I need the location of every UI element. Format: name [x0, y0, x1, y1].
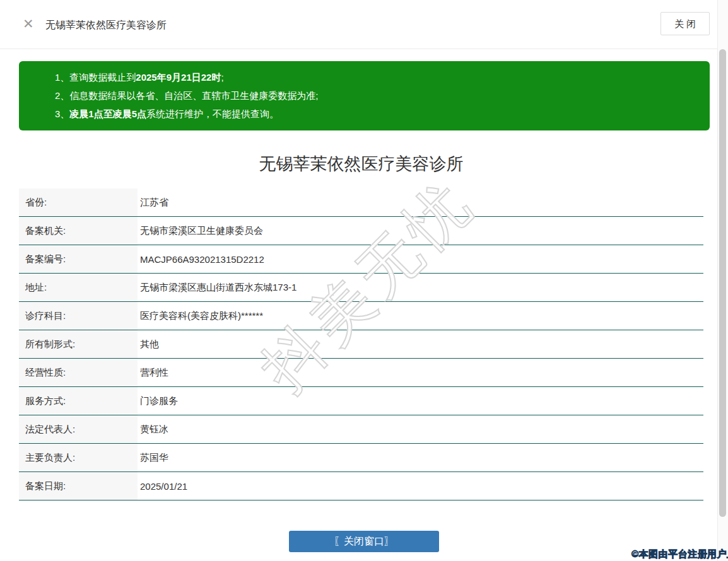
row-label: 省份:: [19, 188, 138, 216]
row-label: 法定代表人:: [19, 415, 138, 443]
notice-num: 1、: [55, 72, 69, 83]
row-label: 主要负责人:: [19, 444, 138, 471]
table-row: 所有制形式: 其他: [19, 330, 703, 359]
row-label: 备案编号:: [19, 245, 138, 273]
notice-text: 信息数据结果以各省、自治区、直辖市卫生健康委数据为准;: [69, 90, 318, 101]
row-value: 黄钰冰: [138, 415, 703, 443]
table-row: 省份: 江苏省: [19, 188, 703, 217]
scrollbar-thumb[interactable]: [719, 49, 726, 517]
copyright-watermark: ©本图由平台注册用户上传: [631, 548, 728, 560]
row-label: 经营性质:: [19, 359, 138, 386]
record-title: 无锡莘茉依然医疗美容诊所: [19, 153, 703, 175]
row-value: 医疗美容科(美容皮肤科)******: [138, 302, 703, 330]
table-row: 备案日期: 2025/01/21: [19, 472, 703, 500]
row-value: 苏国华: [138, 444, 703, 471]
table-row: 服务方式: 门诊服务: [19, 387, 703, 415]
row-value: 2025/01/21: [138, 472, 703, 500]
window-title: 无锡莘茉依然医疗美容诊所: [45, 19, 167, 32]
notice-item-3: 3、凌晨1点至凌晨5点系统进行维护，不能提供查询。: [55, 105, 697, 123]
row-label: 地址:: [19, 274, 138, 301]
row-label: 诊疗科目:: [19, 302, 138, 330]
close-icon[interactable]: ✕: [23, 17, 34, 30]
row-label: 备案日期:: [19, 472, 138, 500]
row-value: 其他: [138, 330, 703, 358]
scrollbar[interactable]: [717, 0, 728, 561]
table-row: 备案编号: MACJP66A932021315D2212: [19, 245, 703, 274]
row-value: 无锡市梁溪区卫生健康委员会: [138, 217, 703, 245]
notice-item-1: 1、查询数据截止到2025年9月21日22时;: [55, 68, 697, 86]
table-row: 地址: 无锡市梁溪区惠山街道西水东城173-1: [19, 274, 703, 302]
notice-text: 系统进行维护，不能提供查询。: [146, 108, 279, 119]
topbar: ✕ 无锡莘茉依然医疗美容诊所 关 闭: [0, 0, 728, 49]
table-row: 经营性质: 营利性: [19, 359, 703, 387]
table-row: 法定代表人: 黄钰冰: [19, 415, 703, 444]
main-content: 1、查询数据截止到2025年9月21日22时; 2、信息数据结果以各省、自治区、…: [0, 61, 728, 500]
row-label: 所有制形式:: [19, 330, 138, 358]
row-value: MACJP66A932021315D2212: [138, 245, 703, 273]
notice-text-bold: 凌晨1点至凌晨5点: [69, 108, 146, 119]
close-window-button[interactable]: 〖关闭窗口〗: [289, 531, 439, 552]
row-value: 营利性: [138, 359, 703, 386]
notice-banner: 1、查询数据截止到2025年9月21日22时; 2、信息数据结果以各省、自治区、…: [19, 61, 710, 130]
row-label: 备案机关:: [19, 217, 138, 245]
record-table: 省份: 江苏省 备案机关: 无锡市梁溪区卫生健康委员会 备案编号: MACJP6…: [19, 188, 703, 500]
table-row: 备案机关: 无锡市梁溪区卫生健康委员会: [19, 217, 703, 245]
close-button[interactable]: 关 闭: [660, 12, 710, 35]
notice-text: ;: [221, 72, 223, 83]
notice-text: 查询数据截止到: [69, 72, 136, 83]
notice-num: 2、: [55, 90, 69, 101]
row-value: 江苏省: [138, 188, 703, 216]
table-row: 主要负责人: 苏国华: [19, 444, 703, 472]
table-row: 诊疗科目: 医疗美容科(美容皮肤科)******: [19, 302, 703, 330]
row-value: 无锡市梁溪区惠山街道西水东城173-1: [138, 274, 703, 301]
row-value: 门诊服务: [138, 387, 703, 415]
notice-item-2: 2、信息数据结果以各省、自治区、直辖市卫生健康委数据为准;: [55, 86, 697, 105]
row-label: 服务方式:: [19, 387, 138, 415]
notice-num: 3、: [55, 108, 69, 119]
notice-text-bold: 2025年9月21日22时: [136, 72, 221, 83]
